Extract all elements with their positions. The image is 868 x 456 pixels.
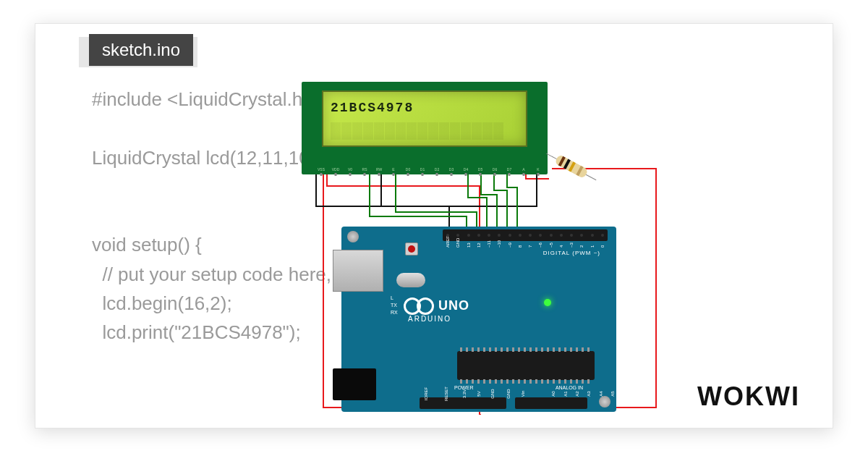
power-jack bbox=[333, 368, 376, 400]
circuit-diagram[interactable]: 21BCS4978 VSSVDD V0RS RWE D0D1 D2D3 D4D5… bbox=[294, 82, 685, 415]
bottom-pin-labels: IOREFRESET 3.3V5V GNDGND Vin A0A1 A2A3 A… bbox=[420, 392, 615, 396]
digital-section-label: DIGITAL (PWM ~) bbox=[543, 250, 600, 256]
crystal-oscillator bbox=[396, 273, 425, 287]
usb-port bbox=[333, 250, 383, 292]
arduino-logo: UNO bbox=[404, 297, 469, 313]
brand-label: ARDUINO bbox=[408, 315, 451, 323]
atmega-chip bbox=[457, 351, 595, 380]
resistor[interactable] bbox=[554, 154, 588, 179]
lcd-pins: VSSVDD V0RS RWE D0D1 D2D3 D4D5 D6D7 AK bbox=[315, 167, 545, 172]
lcd-text: 21BCS4978 bbox=[331, 101, 414, 115]
model-label: UNO bbox=[438, 298, 469, 313]
lcd-1602[interactable]: 21BCS4978 VSSVDD V0RS RWE D0D1 D2D3 D4D5… bbox=[302, 82, 548, 174]
infinity-icon bbox=[404, 297, 434, 313]
led-labels: L TX RX bbox=[391, 295, 398, 316]
lcd-row2 bbox=[331, 122, 503, 140]
digital-pin-labels: AREFGND 1312 ~11~10 ~98 7~6 ~54 ~32 10 bbox=[443, 242, 608, 247]
resistor-body bbox=[554, 154, 588, 179]
digital-header[interactable] bbox=[443, 229, 608, 241]
power-led bbox=[544, 299, 551, 306]
power-header[interactable] bbox=[420, 397, 506, 409]
analog-header[interactable] bbox=[515, 397, 587, 409]
filename: sketch.ino bbox=[102, 40, 180, 59]
preview-card: sketch.ino #include <LiquidCrystal.h> Li… bbox=[35, 23, 833, 428]
reset-button[interactable] bbox=[405, 242, 418, 256]
wokwi-logo: WOKWI bbox=[697, 381, 800, 412]
file-tab[interactable]: sketch.ino bbox=[89, 34, 193, 66]
lcd-screen: 21BCS4978 bbox=[322, 90, 527, 147]
arduino-uno[interactable]: AREFGND 1312 ~11~10 ~98 7~6 ~54 ~32 10 D… bbox=[341, 227, 616, 412]
analog-section-label: ANALOG IN bbox=[556, 385, 583, 390]
